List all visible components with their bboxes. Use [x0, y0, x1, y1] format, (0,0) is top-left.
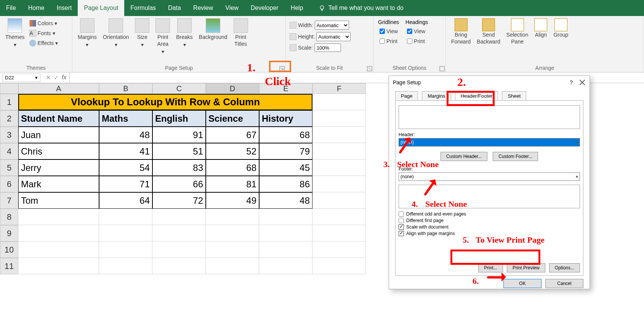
tell-me-search[interactable]: Tell me what you want to do [319, 5, 404, 11]
colors-button[interactable]: Colors▾ [28, 19, 60, 27]
width-select[interactable]: Automatic [315, 21, 349, 30]
header-dropdown[interactable]: (none)▾ [399, 138, 580, 147]
selection-pane-button[interactable]: Selection Pane [503, 18, 532, 46]
cell-d10[interactable] [206, 242, 259, 258]
cell-d3[interactable]: 67 [206, 127, 259, 143]
custom-footer-button[interactable]: Custom Footer... [493, 152, 538, 161]
row-header-5[interactable]: 5 [0, 159, 18, 176]
bring-forward-button[interactable]: Bring Forward [448, 18, 474, 46]
cell-a4[interactable]: Chris [18, 143, 99, 159]
cell-e9[interactable] [259, 225, 312, 242]
row-header-8[interactable]: 8 [0, 209, 18, 225]
cell-c6[interactable]: 66 [152, 176, 206, 192]
col-header-c[interactable]: C [152, 83, 206, 94]
cell-f9[interactable] [312, 225, 366, 242]
cell-title[interactable]: Vlookup To Lookup With Row & Column [18, 94, 312, 110]
col-header-a[interactable]: A [18, 83, 99, 94]
row-header-2[interactable]: 2 [0, 110, 18, 127]
scale-doc-checkbox[interactable] [399, 224, 404, 230]
scale-dialog-launcher[interactable] [367, 66, 372, 71]
tab-data[interactable]: Data [162, 0, 187, 16]
cell-b5[interactable]: 54 [99, 159, 152, 176]
cell-b9[interactable] [99, 225, 152, 242]
tab-formulas[interactable]: Formulas [124, 0, 162, 16]
cell-f5[interactable] [312, 159, 366, 176]
dialog-tab-page[interactable]: Page [395, 91, 418, 100]
row-header-6[interactable]: 6 [0, 176, 18, 192]
cell-b7[interactable]: 64 [99, 192, 152, 209]
cell-e8[interactable] [259, 209, 312, 225]
fx-icon[interactable]: fx [62, 74, 66, 81]
cell-f10[interactable] [312, 242, 366, 258]
cell-b8[interactable] [99, 209, 152, 225]
cell-f3[interactable] [312, 127, 366, 143]
first-page-checkbox[interactable] [399, 218, 404, 223]
cell-header-science[interactable]: Science [206, 110, 259, 127]
themes-button[interactable]: Themes ▾ [2, 18, 28, 49]
col-header-d[interactable]: D [206, 83, 259, 94]
breaks-button[interactable]: Breaks▾ [173, 18, 196, 49]
row-header-9[interactable]: 9 [0, 225, 18, 242]
cell-c7[interactable]: 72 [152, 192, 206, 209]
orientation-button[interactable]: Orientation▾ [100, 18, 132, 49]
tab-insert[interactable]: Insert [50, 0, 78, 16]
cell-a9[interactable] [18, 225, 99, 242]
tab-developer[interactable]: Developer [245, 0, 285, 16]
headings-print-checkbox[interactable] [407, 39, 412, 44]
col-header-b[interactable]: B [99, 83, 152, 94]
tab-review[interactable]: Review [187, 0, 219, 16]
cell-c3[interactable]: 91 [152, 127, 206, 143]
enter-formula-icon[interactable]: ✓ [54, 74, 59, 81]
cell-d5[interactable]: 68 [206, 159, 259, 176]
cell-b10[interactable] [99, 242, 152, 258]
tab-file[interactable]: File [0, 0, 22, 16]
cell-header-maths[interactable]: Maths [99, 110, 152, 127]
custom-header-button[interactable]: Custom Header... [441, 152, 487, 161]
print-titles-button[interactable]: Print Titles [231, 18, 251, 48]
cell-b4[interactable]: 41 [99, 143, 152, 159]
cell-d7[interactable]: 49 [206, 192, 259, 209]
options-button[interactable]: Options... [549, 263, 580, 272]
cell-f6[interactable] [312, 176, 366, 192]
sheetopt-dialog-launcher[interactable] [439, 66, 445, 71]
cell-d9[interactable] [206, 225, 259, 242]
row-header-7[interactable]: 7 [0, 192, 18, 209]
cell-e11[interactable] [259, 258, 312, 274]
cell-a6[interactable]: Mark [18, 176, 99, 192]
cell-a11[interactable] [18, 258, 99, 274]
cell-header-english[interactable]: English [152, 110, 206, 127]
cell-c4[interactable]: 51 [152, 143, 206, 159]
page-setup-dialog-launcher[interactable] [279, 66, 285, 71]
cancel-formula-icon[interactable]: ✕ [46, 74, 51, 81]
cell-d8[interactable] [206, 209, 259, 225]
cell-f11[interactable] [312, 258, 366, 274]
scale-input[interactable] [314, 43, 341, 52]
cell-d6[interactable]: 81 [206, 176, 259, 192]
tab-help[interactable]: Help [285, 0, 309, 16]
cell-a3[interactable]: Juan [18, 127, 99, 143]
cell-f2[interactable] [312, 110, 366, 127]
cell-f8[interactable] [312, 209, 366, 225]
cell-f1[interactable] [312, 94, 366, 110]
cell-d11[interactable] [206, 258, 259, 274]
size-button[interactable]: Size▾ [132, 18, 152, 49]
cell-e4[interactable]: 79 [259, 143, 312, 159]
print-preview-button[interactable]: Print Preview [507, 263, 545, 272]
cell-e7[interactable]: 48 [259, 192, 312, 209]
tab-page-layout[interactable]: Page Layout [78, 0, 124, 16]
select-all-corner[interactable] [0, 83, 18, 94]
cell-c5[interactable]: 83 [152, 159, 206, 176]
cell-e3[interactable]: 68 [259, 127, 312, 143]
dialog-tab-sheet[interactable]: Sheet [502, 91, 526, 100]
tab-view[interactable]: View [219, 0, 244, 16]
cell-header-name[interactable]: Student Name [18, 110, 99, 127]
effects-button[interactable]: Effects▾ [28, 39, 60, 47]
cell-e5[interactable]: 45 [259, 159, 312, 176]
col-header-f[interactable]: F [312, 83, 366, 94]
cell-f7[interactable] [312, 192, 366, 209]
row-header-4[interactable]: 4 [0, 143, 18, 159]
cell-header-history[interactable]: History [259, 110, 312, 127]
cell-c9[interactable] [152, 225, 206, 242]
cell-b3[interactable]: 48 [99, 127, 152, 143]
cell-d4[interactable]: 52 [206, 143, 259, 159]
